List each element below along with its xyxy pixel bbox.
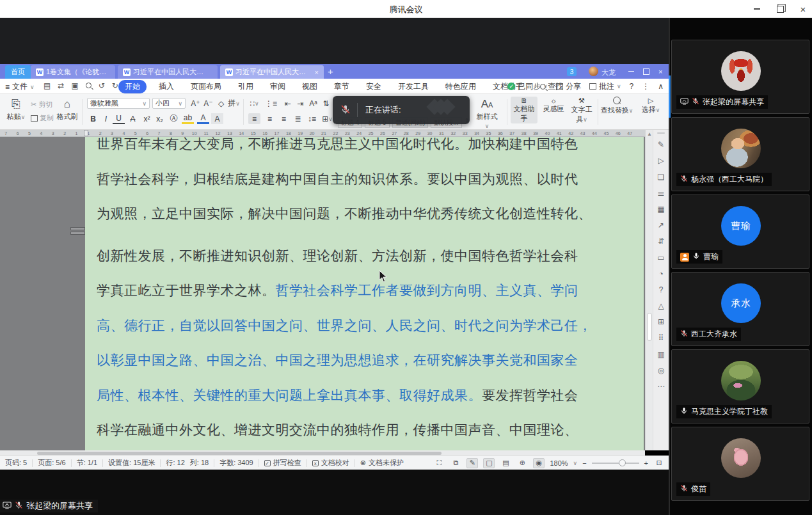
minimize-button[interactable] [752, 4, 762, 14]
rail-chart-icon[interactable]: ▥ [656, 349, 666, 360]
italic-button[interactable]: I [100, 113, 112, 124]
rail-apps-icon[interactable]: ⠿ [656, 333, 666, 343]
line-spacing-button[interactable]: ↕≡ [306, 113, 318, 124]
rail-history-icon[interactable]: ◔ [656, 269, 666, 279]
close-button[interactable]: × [798, 4, 808, 14]
comment-button[interactable]: 批注 ∨ [589, 81, 621, 92]
document-page[interactable]: 世界百年未有之大变局，不断推进马克思主义中国化时代化。加快构建中国特色 哲学社会… [85, 137, 644, 450]
font-size-select[interactable]: 小四∨ [152, 98, 186, 109]
decrease-indent-button[interactable]: ⇤ [282, 98, 294, 109]
user-avatar[interactable] [589, 67, 598, 76]
notification-badge[interactable]: 3 [567, 67, 577, 76]
indent-marker[interactable] [84, 130, 88, 136]
pinyin-icon[interactable]: 拼∨ [228, 98, 240, 109]
rail-translate-icon[interactable]: ⇵ [656, 236, 666, 246]
participant-tile[interactable]: 张起梁的屏幕共享 [671, 40, 809, 114]
format-painter-button[interactable]: ⌂ 格式刷 [55, 97, 79, 122]
print-icon[interactable]: ▣ [71, 81, 78, 90]
rail-coin-icon[interactable]: ◎ [656, 365, 666, 376]
protection-status[interactable]: ⊗ 文档未保护 [355, 458, 409, 468]
border-button[interactable]: ⊞∨ [321, 113, 333, 124]
menu-view[interactable]: 视图 [298, 81, 322, 93]
zoom-slider-handle[interactable] [619, 459, 626, 466]
tab-home[interactable]: 首页 [5, 65, 31, 79]
wps-minimize-button[interactable] [628, 71, 634, 72]
bullet-list-button[interactable]: ∷∨ [248, 98, 260, 109]
new-tab-button[interactable]: + [328, 66, 333, 77]
document-text[interactable]: 世界百年未有之大变局，不断推进马克思主义中国化时代化。加快构建中国特色 哲学社会… [97, 137, 634, 448]
web-view-icon[interactable]: ⊕ [516, 458, 528, 468]
paste-button[interactable]: ⎘ 粘贴∨ [4, 97, 28, 122]
ink-view-icon[interactable]: ✎ [466, 458, 478, 468]
rail-more-icon[interactable]: ⋯ [656, 381, 666, 392]
tab-close-icon[interactable]: × [315, 68, 319, 76]
vertical-scroll-thumb[interactable] [647, 313, 652, 341]
rail-export-icon[interactable]: ↗ [656, 220, 666, 230]
select-button[interactable]: ▷ 选择∨ [637, 97, 664, 115]
menu-section[interactable]: 章节 [330, 81, 354, 93]
align-right-button[interactable]: ≡ [278, 113, 290, 124]
char-shading-button[interactable]: A [211, 113, 223, 124]
margin-adjust-marks[interactable] [70, 227, 85, 236]
book-view-icon[interactable]: ⧉ [450, 458, 461, 468]
highlight-color-button[interactable]: ab [182, 113, 194, 124]
superscript-button[interactable]: x² [141, 113, 153, 124]
sync-status[interactable]: ✓ 已同步 ∨ [507, 81, 548, 92]
sort-button[interactable]: ⇅ [320, 98, 332, 109]
restore-button[interactable] [775, 4, 785, 14]
increase-font-icon[interactable]: A⁺ [189, 98, 202, 109]
text-effects-button[interactable]: Ⓐ [168, 113, 180, 124]
new-style-button[interactable]: AA 新样式∨ [475, 97, 499, 129]
align-left-button[interactable]: ≡ [248, 113, 260, 124]
share-button[interactable]: 分享 [556, 81, 581, 92]
fit-page-icon[interactable]: ⊡ [653, 458, 665, 468]
rail-seal-icon[interactable]: △ [656, 301, 666, 311]
tab-document-1[interactable]: W 1卷文集（《论犹太人问题》）.doc [31, 65, 115, 79]
menu-developer[interactable]: 开发工具 [394, 81, 433, 93]
vertical-scrollbar[interactable]: ▲ [645, 130, 653, 450]
decrease-font-icon[interactable]: A⁻ [202, 98, 214, 109]
cut-button[interactable]: ✂剪切 [31, 100, 52, 109]
redo-icon[interactable]: ↻ [112, 81, 118, 90]
menu-security[interactable]: 安全 [362, 81, 386, 93]
proofread-button[interactable]: x 文档校对 [307, 458, 354, 468]
menu-review[interactable]: 审阅 [266, 81, 290, 93]
menu-insert[interactable]: 插入 [154, 81, 179, 93]
clear-format-icon[interactable]: ◇ [215, 98, 227, 109]
tab-document-3-active[interactable]: W 习近平在中国人民大学考察时强调1 × [220, 65, 324, 79]
collapse-ribbon-button[interactable]: ∧ [658, 82, 664, 91]
find-replace-button[interactable]: 查找替换∨ [600, 97, 633, 115]
save-icon[interactable]: ▤ [44, 81, 51, 90]
rail-select-icon[interactable]: ▷ [656, 155, 666, 166]
font-color-button[interactable]: A [197, 113, 209, 124]
rail-card-icon[interactable]: ▭ [656, 253, 666, 263]
participant-tile[interactable]: 俊苗 [671, 427, 809, 501]
rail-shapes-icon[interactable]: ❏ [656, 172, 666, 182]
help-button[interactable]: ? [630, 82, 634, 91]
status-word-count[interactable]: 字数: 3409 [214, 458, 259, 468]
wps-restore-button[interactable] [643, 68, 649, 75]
file-menu[interactable]: ≡ 文件 ∨ [5, 81, 35, 92]
preview-icon[interactable] [86, 81, 92, 90]
participant-tile[interactable]: 杨永强（西工大马院） [671, 117, 809, 191]
zoom-in-button[interactable]: + [644, 459, 648, 467]
eye-protect-icon[interactable]: ◉ [533, 458, 545, 468]
user-name[interactable]: 大龙 [601, 68, 616, 77]
undo-icon[interactable]: ↺ [99, 81, 105, 90]
export-icon[interactable]: ⇄ [58, 81, 64, 90]
scroll-up-icon[interactable]: ▲ [647, 131, 652, 137]
align-center-button[interactable]: ≡ [264, 113, 276, 124]
page-view-icon[interactable]: ▢ [483, 458, 495, 468]
bold-button[interactable]: B [87, 113, 99, 124]
zoom-slider[interactable] [592, 463, 639, 464]
rail-image-icon[interactable]: ▦ [656, 204, 666, 214]
numbered-list-button[interactable]: ⋮≡ [265, 98, 277, 109]
subscript-button[interactable]: x₂ [154, 113, 166, 124]
text-direction-button[interactable]: Aᵃ [307, 98, 319, 109]
font-name-select[interactable]: 微软雅黑∨ [87, 98, 150, 109]
justify-button[interactable]: ≣ [292, 113, 304, 124]
strikethrough-button[interactable]: A [127, 113, 139, 124]
tab-document-2[interactable]: W 习近平在中国人民大学考察时强调 [118, 65, 218, 79]
menu-page-layout[interactable]: 页面布局 [186, 81, 226, 93]
menu-special-features[interactable]: 特色应用 [441, 81, 481, 93]
